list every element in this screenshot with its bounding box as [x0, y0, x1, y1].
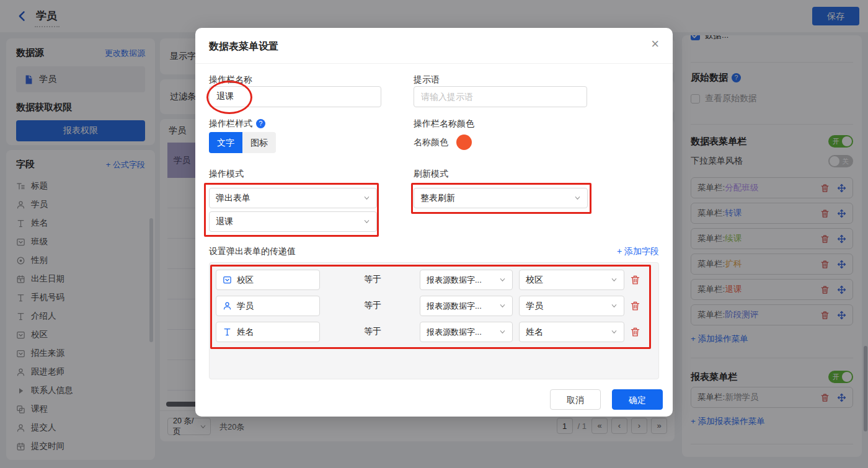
- source-type-select[interactable]: 报表源数据字...: [420, 322, 513, 342]
- add-field-link[interactable]: + 添加字段: [617, 246, 659, 257]
- divider: [195, 63, 673, 64]
- chevron-down-icon: [363, 195, 370, 201]
- transfer-section-label: 设置弹出表单的传递值: [209, 246, 296, 257]
- chevron-down-icon: [499, 329, 506, 335]
- transfer-row: 校区 等于 报表源数据字... 校区: [195, 270, 673, 290]
- delete-row-icon[interactable]: [630, 327, 640, 337]
- name-color-section-label: 操作栏名称颜色: [414, 118, 474, 130]
- source-type-select[interactable]: 报表源数据字...: [420, 270, 513, 290]
- operator-label: 等于: [364, 326, 381, 337]
- transfer-row: 姓名 等于 报表源数据字... 姓名: [195, 322, 673, 342]
- field-type-icon: [223, 301, 232, 311]
- delete-row-icon[interactable]: [630, 275, 640, 285]
- delete-row-icon[interactable]: [630, 301, 640, 311]
- source-type-select[interactable]: 报表源数据字...: [420, 296, 513, 316]
- transfer-field-box[interactable]: 姓名: [216, 322, 320, 342]
- style-label: 操作栏样式?: [209, 118, 265, 130]
- tip-input[interactable]: [414, 86, 587, 107]
- operator-label: 等于: [364, 300, 381, 311]
- chevron-down-icon: [611, 302, 618, 309]
- name-color-label: 名称颜色: [414, 137, 448, 148]
- chevron-down-icon: [611, 329, 618, 335]
- tab-icon-style[interactable]: 图标: [242, 132, 276, 153]
- chevron-down-icon: [611, 276, 618, 283]
- transfer-row: 学员 等于 报表源数据字... 学员: [195, 296, 673, 316]
- source-field-select[interactable]: 姓名: [519, 322, 624, 342]
- tab-text-style[interactable]: 文字: [209, 132, 242, 153]
- field-type-icon: [223, 327, 232, 337]
- help-icon[interactable]: ?: [256, 119, 265, 128]
- source-field-select[interactable]: 学员: [519, 296, 624, 316]
- transfer-field-box[interactable]: 学员: [216, 296, 320, 316]
- operator-label: 等于: [364, 274, 381, 285]
- transfer-field-label: 校区: [237, 275, 254, 286]
- transfer-field-label: 学员: [237, 301, 254, 312]
- source-field-select[interactable]: 校区: [519, 270, 624, 290]
- chevron-down-icon: [574, 195, 581, 201]
- confirm-button[interactable]: 确定: [612, 389, 663, 410]
- chevron-down-icon: [499, 302, 506, 309]
- color-swatch[interactable]: [456, 135, 472, 150]
- chevron-down-icon: [499, 276, 506, 283]
- refresh-mode-select[interactable]: 整表刷新: [414, 188, 588, 208]
- dialog-title: 数据表菜单设置: [209, 40, 278, 53]
- transfer-field-label: 姓名: [237, 327, 254, 338]
- action-mode-select[interactable]: 弹出表单: [209, 188, 377, 208]
- style-tab-group: 文字 图标: [209, 132, 276, 153]
- app-root: 学员 保存 数据源 更改数据源 学员 数据获取权限 报表权限 字段 + 公式字段…: [0, 0, 868, 468]
- transfer-field-box[interactable]: 校区: [216, 270, 320, 290]
- close-icon[interactable]: ×: [651, 37, 659, 51]
- name-color-row: 名称颜色: [414, 135, 472, 150]
- table-menu-settings-dialog: 数据表菜单设置 × 操作栏名称 提示语 操作栏样式? 文字 图标 操作栏名称颜色…: [195, 28, 673, 417]
- action-mode-label: 操作模式: [209, 169, 244, 180]
- cancel-button[interactable]: 取消: [550, 389, 601, 410]
- popup-form-select[interactable]: 退课: [209, 211, 377, 232]
- tip-label: 提示语: [414, 74, 440, 86]
- action-name-input[interactable]: [209, 86, 381, 107]
- field-type-icon: [223, 275, 232, 285]
- action-name-label: 操作栏名称: [209, 74, 252, 86]
- refresh-mode-label: 刷新模式: [414, 169, 448, 180]
- chevron-down-icon: [363, 218, 370, 225]
